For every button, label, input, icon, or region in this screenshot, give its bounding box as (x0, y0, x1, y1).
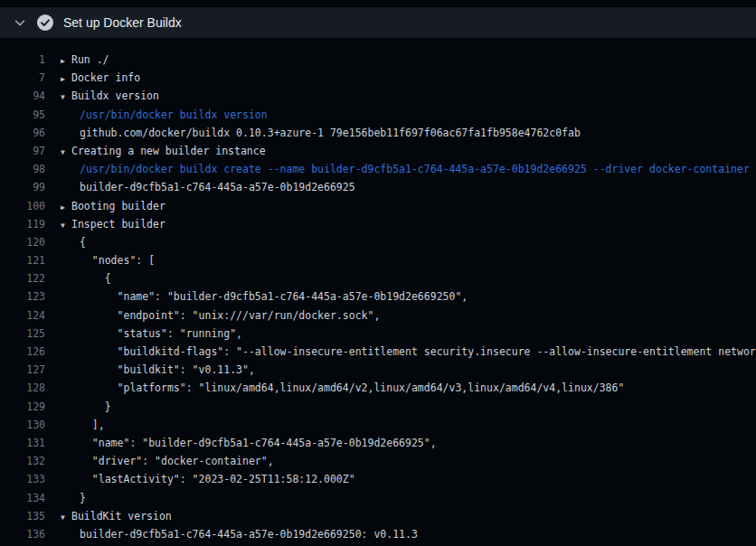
line-number[interactable]: 123 (0, 287, 45, 306)
log-line[interactable]: 135 ▼ BuildKit version (0, 507, 756, 525)
log-line: 130 ], (0, 416, 756, 434)
line-number[interactable]: 134 (0, 489, 45, 507)
log-text: } (71, 398, 111, 416)
log-line: 98 /usr/bin/docker buildx create --name … (0, 160, 756, 178)
log-line: 96 github.com/docker/buildx 0.10.3+azure… (0, 124, 756, 142)
log-text: "nodes": [ (71, 251, 155, 269)
log-text: Run ./ (71, 51, 109, 69)
line-number[interactable]: 124 (0, 306, 45, 325)
log-line: 95 /usr/bin/docker buildx version (0, 106, 756, 124)
log-line: 127 "buildkit": "v0.11.3", (0, 361, 756, 379)
log-area: 1 ▶ Run ./ 7 ▶ Docker info 94 ▼ Buildx v… (0, 38, 756, 543)
log-text: } (71, 489, 86, 507)
line-number[interactable]: 100 (0, 197, 45, 215)
log-text: "lastActivity": "2023-02-25T11:58:12.000… (71, 470, 355, 488)
log-text: "name": "builder-d9cfb5a1-c764-445a-a57e… (71, 287, 468, 306)
line-number[interactable]: 133 (0, 470, 45, 488)
log-text: Booting builder (71, 197, 165, 215)
log-text: { (71, 269, 111, 287)
group-toggle-icon[interactable]: ▼ (61, 509, 71, 525)
log-line: 132 "driver": "docker-container", (0, 452, 756, 470)
line-number[interactable]: 120 (0, 233, 45, 251)
log-text: /usr/bin/docker buildx version (71, 106, 268, 124)
line-number[interactable]: 119 (0, 215, 45, 233)
log-text: "driver": "docker-container", (71, 452, 274, 470)
line-number[interactable]: 130 (0, 416, 45, 434)
chevron-down-icon[interactable] (11, 14, 29, 32)
group-toggle-icon[interactable]: ▶ (61, 199, 71, 215)
log-text: /usr/bin/docker buildx create --name bui… (71, 160, 750, 178)
log-line[interactable]: 7 ▶ Docker info (0, 69, 756, 87)
line-number[interactable]: 132 (0, 452, 45, 470)
log-text: "name": "builder-d9cfb5a1-c764-445a-a57e… (71, 434, 437, 452)
line-number[interactable]: 126 (0, 343, 45, 361)
log-text: BuildKit version (71, 507, 172, 525)
log-text: builder-d9cfb5a1-c764-445a-a57e-0b19d2e6… (71, 525, 418, 543)
line-number[interactable]: 1 (0, 51, 45, 69)
line-number[interactable]: 131 (0, 434, 45, 452)
line-number[interactable]: 96 (0, 124, 45, 142)
log-line: 134 } (0, 489, 756, 507)
step-header[interactable]: Set up Docker Buildx (0, 7, 756, 38)
log-text: "endpoint": "unix:///var/run/docker.sock… (71, 306, 380, 325)
log-line: 133 "lastActivity": "2023-02-25T11:58:12… (0, 470, 756, 488)
log-line: 131 "name": "builder-d9cfb5a1-c764-445a-… (0, 434, 756, 452)
line-number[interactable]: 94 (0, 87, 45, 105)
log-text: github.com/docker/buildx 0.10.3+azure-1 … (71, 124, 581, 142)
line-number[interactable]: 97 (0, 142, 45, 160)
line-number[interactable]: 135 (0, 507, 45, 525)
log-text: Buildx version (71, 87, 159, 105)
group-toggle-icon[interactable]: ▼ (61, 89, 71, 105)
log-text: "status": "running", (71, 325, 242, 343)
log-line: 123 "name": "builder-d9cfb5a1-c764-445a-… (0, 287, 756, 306)
line-number[interactable]: 128 (0, 379, 45, 397)
log-line[interactable]: 119 ▼ Inspect builder (0, 215, 756, 233)
log-line: 124 "endpoint": "unix:///var/run/docker.… (0, 306, 756, 325)
log-line[interactable]: 1 ▶ Run ./ (0, 51, 756, 69)
log-line: 120 { (0, 233, 756, 251)
line-number[interactable]: 7 (0, 69, 45, 87)
log-line[interactable]: 100 ▶ Booting builder (0, 197, 756, 215)
check-circle-icon (36, 14, 54, 32)
log-text: builder-d9cfb5a1-c764-445a-a57e-0b19d2e6… (71, 178, 355, 196)
log-text: { (71, 233, 86, 251)
log-line: 125 "status": "running", (0, 325, 756, 343)
log-text: Docker info (71, 69, 140, 87)
line-number[interactable]: 95 (0, 106, 45, 124)
line-number[interactable]: 122 (0, 269, 45, 287)
log-line[interactable]: 97 ▼ Creating a new builder instance (0, 142, 756, 160)
step-title: Set up Docker Buildx (63, 7, 182, 38)
log-line: 121 "nodes": [ (0, 251, 756, 269)
group-toggle-icon[interactable]: ▼ (61, 217, 71, 233)
log-line: 128 "platforms": "linux/amd64,linux/amd6… (0, 379, 756, 397)
log-line: 99 builder-d9cfb5a1-c764-445a-a57e-0b19d… (0, 178, 756, 196)
log-text: Inspect builder (71, 215, 165, 233)
line-number[interactable]: 98 (0, 160, 45, 178)
log-line: 122 { (0, 269, 756, 287)
log-line: 129 } (0, 398, 756, 416)
line-number[interactable]: 127 (0, 361, 45, 379)
log-text: "buildkitd-flags": "--allow-insecure-ent… (71, 343, 756, 361)
log-text: "platforms": "linux/amd64,linux/amd64/v2… (71, 379, 624, 397)
line-number[interactable]: 125 (0, 325, 45, 343)
group-toggle-icon[interactable]: ▼ (61, 144, 71, 160)
group-toggle-icon[interactable]: ▶ (61, 52, 71, 69)
line-number[interactable]: 121 (0, 251, 45, 269)
log-text: ], (71, 416, 105, 434)
line-number[interactable]: 129 (0, 398, 45, 416)
log-line: 126 "buildkitd-flags": "--allow-insecure… (0, 343, 756, 361)
group-toggle-icon[interactable]: ▶ (61, 71, 71, 87)
line-number[interactable]: 99 (0, 178, 45, 196)
log-text: "buildkit": "v0.11.3", (71, 361, 255, 379)
log-line[interactable]: 94 ▼ Buildx version (0, 87, 756, 105)
log-text: Creating a new builder instance (71, 142, 266, 160)
log-line: 136 builder-d9cfb5a1-c764-445a-a57e-0b19… (0, 525, 756, 543)
line-number[interactable]: 136 (0, 525, 45, 543)
